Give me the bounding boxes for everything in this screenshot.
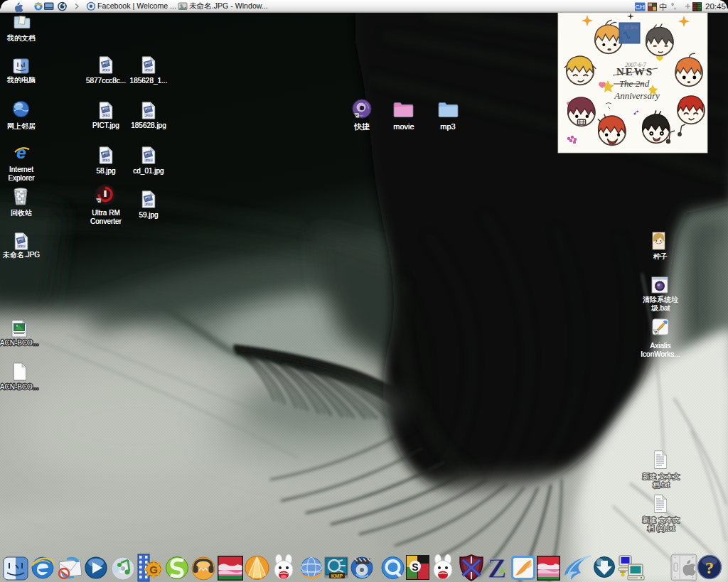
svg-text:S: S [412,561,418,573]
svg-text:185628.jpg: 185628.jpg [131,122,166,129]
svg-text:Converter: Converter [90,217,122,225]
svg-text:?: ? [705,559,714,577]
svg-text:37.8%: 37.8% [623,25,638,30]
svg-text:Internet: Internet [9,166,33,173]
svg-text:中: 中 [659,2,668,12]
svg-text:PICT.jpg: PICT.jpg [92,122,119,129]
svg-text:新建 文本文: 新建 文本文 [643,516,680,524]
svg-text:网上邻居: 网上邻居 [7,122,36,130]
svg-text:圾.bat: 圾.bat [651,304,670,312]
svg-text:回收站: 回收站 [11,209,32,217]
svg-text:°,: °, [671,2,676,10]
svg-text:movie: movie [393,122,414,131]
svg-text:5877ccc8c...: 5877ccc8c... [86,77,126,85]
svg-text:Explorer: Explorer [8,174,35,182]
svg-text:Facebook | Welcome ...: Facebook | Welcome ... [97,1,176,10]
svg-text:快捷: 快捷 [353,122,370,131]
svg-text:未命名.JPG - Window...: 未命名.JPG - Window... [189,1,268,10]
svg-text:我的文档: 我的文档 [6,34,36,42]
svg-text:IconWorks...: IconWorks... [641,350,680,358]
svg-text:Axialis: Axialis [651,342,671,350]
svg-text:档 (2).txt: 档 (2).txt [647,524,675,532]
svg-text:清除系统垃: 清除系统垃 [643,296,678,303]
svg-text:KMP: KMP [331,573,343,579]
svg-text:新建 文本文: 新建 文本文 [643,473,680,480]
svg-text:档.txt: 档.txt [652,481,670,489]
svg-text:185628_1...: 185628_1... [130,77,168,85]
svg-text:59.jpg: 59.jpg [139,211,158,219]
svg-text:未命名.JPG: 未命名.JPG [2,251,40,259]
svg-text:Ultra RM: Ultra RM [92,209,119,217]
svg-text:e: e [16,143,26,162]
svg-text:58.jpg: 58.jpg [96,167,115,175]
svg-text:cd_01.jpg: cd_01.jpg [133,167,164,175]
svg-text:ACN-BCO...: ACN-BCO... [0,383,38,391]
svg-text:CH: CH [635,3,645,11]
svg-text:ACN-BCO...: ACN-BCO... [0,339,38,347]
svg-text:G: G [149,564,158,576]
svg-text:mp3: mp3 [440,122,455,131]
svg-text:Z: Z [488,552,507,582]
svg-text:20:45: 20:45 [705,2,726,11]
svg-text:我的电脑: 我的电脑 [6,76,36,84]
svg-text:种子: 种子 [653,252,668,260]
